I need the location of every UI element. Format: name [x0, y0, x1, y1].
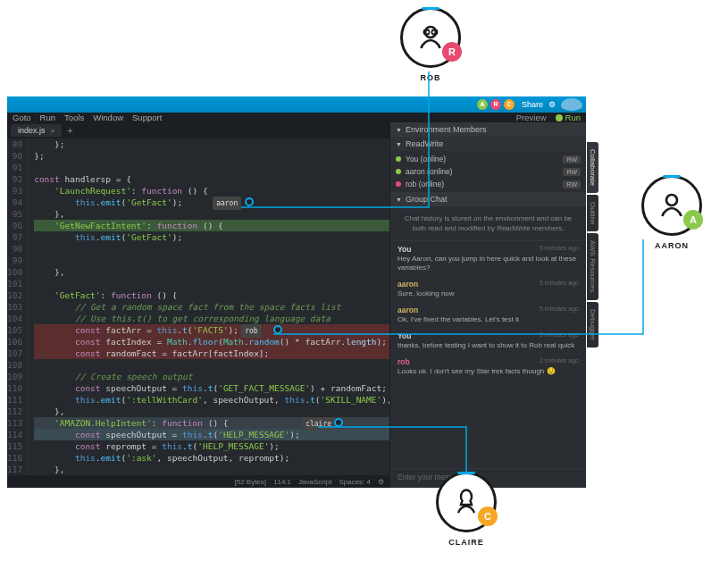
- status-cursor-pos: 114:1: [273, 478, 291, 486]
- line-number: 102: [7, 289, 22, 301]
- chevron-down-icon: ▼: [396, 141, 402, 147]
- vtab-outline[interactable]: Outline: [587, 195, 598, 231]
- settings-icon[interactable]: ⚙: [378, 478, 384, 486]
- collab-cursor-aaron: aaron: [213, 197, 241, 210]
- msg-body: Sure, looking now: [397, 289, 579, 298]
- code-line[interactable]: this.emit(':ask', speechOutput, reprompt…: [34, 452, 389, 464]
- status-language[interactable]: JavaScript: [298, 478, 331, 486]
- run-button[interactable]: Run: [556, 113, 581, 122]
- code-line[interactable]: // Use this.t() to get corresponding lan…: [34, 313, 389, 324]
- permission-badge[interactable]: RW: [563, 168, 581, 176]
- menu-tools[interactable]: Tools: [64, 113, 84, 122]
- code-line[interactable]: const speechOutput = this.t('GET_FACT_ME…: [34, 382, 389, 394]
- status-spaces[interactable]: Spaces: 4: [339, 478, 371, 486]
- member-row[interactable]: You (online)RW: [390, 153, 586, 165]
- line-number: 89: [7, 138, 22, 150]
- code-line[interactable]: 'AMAZON.HelpIntent': function () {claire: [34, 417, 389, 429]
- line-number: 94: [7, 197, 22, 208]
- msg-time: 2 minutes ago: [540, 357, 579, 364]
- code-line[interactable]: [34, 278, 389, 289]
- avatar-aaron[interactable]: A: [477, 99, 488, 110]
- vtab-aws-resources[interactable]: AWS Resources: [587, 233, 598, 299]
- line-number: 96: [7, 220, 22, 231]
- code-line[interactable]: 'LaunchRequest': function () {: [34, 185, 389, 197]
- code-line[interactable]: [34, 359, 389, 371]
- svg-rect-1: [424, 30, 430, 35]
- code-line[interactable]: // Get a random space fact from the spac…: [34, 301, 389, 313]
- vtab-debugger[interactable]: Debugger: [587, 302, 598, 347]
- group-chat-header[interactable]: ▼ Group Chat: [390, 192, 586, 206]
- right-sidebar-tabs: Collaborate Outline AWS Resources Debugg…: [587, 142, 598, 349]
- settings-icon[interactable]: ⚙: [548, 100, 556, 109]
- code-line[interactable]: this.emit('GetFact');: [34, 231, 389, 243]
- line-number: 105: [7, 324, 22, 336]
- code-line[interactable]: const reprompt = this.t('HELP_MESSAGE');: [34, 440, 389, 452]
- group-chat-label: Group Chat: [406, 195, 448, 204]
- svg-point-3: [666, 195, 677, 205]
- close-tab-icon[interactable]: ×: [51, 127, 55, 135]
- avatar-claire[interactable]: C: [504, 99, 515, 110]
- member-name: rob (online): [406, 180, 444, 188]
- line-number: 109: [7, 371, 22, 382]
- permission-badge[interactable]: RW: [563, 180, 581, 188]
- menu-window[interactable]: Window: [93, 113, 123, 122]
- code-line[interactable]: },: [34, 208, 389, 220]
- line-number: 97: [7, 231, 22, 243]
- persona-claire: C CLAIRE: [436, 472, 497, 547]
- vtab-collaborate[interactable]: Collaborate: [587, 142, 598, 193]
- code-line[interactable]: this.emit(':tellWithCard', speechOutput,…: [34, 394, 389, 406]
- line-number: 110: [7, 382, 22, 394]
- line-number: 92: [7, 173, 22, 185]
- line-number: 99: [7, 255, 22, 266]
- code-line[interactable]: },: [34, 464, 389, 475]
- cloud9-icon: [561, 98, 582, 111]
- msg-body: Ok, I've fixed the variables. Let's test…: [397, 315, 579, 324]
- ide-window: A R C Share ⚙ Goto Run Tools Window Supp…: [7, 96, 586, 447]
- menu-run[interactable]: Run: [40, 113, 55, 122]
- readwrite-header[interactable]: ▼ ReadWrite: [390, 137, 586, 151]
- menu-support[interactable]: Support: [132, 113, 162, 122]
- code-line[interactable]: [34, 243, 389, 255]
- code-line[interactable]: 'GetNewFactIntent': function () {: [34, 220, 389, 231]
- code-line[interactable]: const handlersp = {: [34, 173, 389, 185]
- share-button[interactable]: Share: [522, 100, 543, 109]
- tab-index-js[interactable]: index.js ×: [11, 124, 62, 137]
- line-number: 101: [7, 278, 22, 289]
- line-number: 103: [7, 301, 22, 313]
- status-bytes: [52 Bytes]: [234, 478, 266, 486]
- line-number: 115: [7, 440, 22, 452]
- line-number: 98: [7, 243, 22, 255]
- line-number: 116: [7, 452, 22, 464]
- code-line[interactable]: const factIndex = Math.floor(Math.random…: [34, 336, 389, 347]
- code-line[interactable]: this.emit('GetFact');aaron: [34, 197, 389, 208]
- avatar-rob[interactable]: R: [490, 99, 501, 110]
- msg-time: 5 minutes ago: [540, 245, 579, 251]
- line-number: 112: [7, 406, 22, 417]
- chat-messages: You5 minutes agoHey Aaron, can you jump …: [390, 241, 586, 468]
- code-line[interactable]: };: [34, 150, 389, 162]
- chat-message: aaron5 minutes agoSure, looking now: [397, 280, 579, 298]
- code-line[interactable]: },: [34, 406, 389, 417]
- env-members-header[interactable]: ▼ Environment Members: [390, 122, 586, 137]
- member-row[interactable]: aaron (online)RW: [390, 165, 586, 178]
- code-line[interactable]: // Create speech output: [34, 371, 389, 382]
- chat-message: You5 minutes agoHey Aaron, can you jump …: [397, 245, 579, 272]
- new-tab-button[interactable]: +: [67, 125, 72, 136]
- chat-message: aaron5 minutes agoOk, I've fixed the var…: [397, 306, 579, 324]
- code-line[interactable]: const factArr = this.t('FACTS');rob: [34, 324, 389, 336]
- preview-button[interactable]: Preview: [516, 113, 547, 122]
- code-line[interactable]: const speechOutput = this.t('HELP_MESSAG…: [34, 429, 389, 440]
- code-line[interactable]: [34, 162, 389, 173]
- menu-goto[interactable]: Goto: [13, 113, 31, 122]
- code-line[interactable]: },: [34, 266, 389, 278]
- code-line[interactable]: 'GetFact': function () {: [34, 289, 389, 301]
- tab-label: index.js: [18, 126, 46, 135]
- env-members-label: Environment Members: [406, 125, 487, 134]
- member-row[interactable]: rob (online)RW: [390, 178, 586, 190]
- persona-badge: R: [442, 42, 462, 62]
- code-line[interactable]: const randomFact = factArr[factIndex];: [34, 347, 389, 359]
- code-line[interactable]: };: [34, 138, 389, 150]
- code-editor[interactable]: 8990919293949596979899100101102103104105…: [7, 138, 389, 475]
- code-line[interactable]: [34, 255, 389, 266]
- permission-badge[interactable]: RW: [563, 155, 581, 163]
